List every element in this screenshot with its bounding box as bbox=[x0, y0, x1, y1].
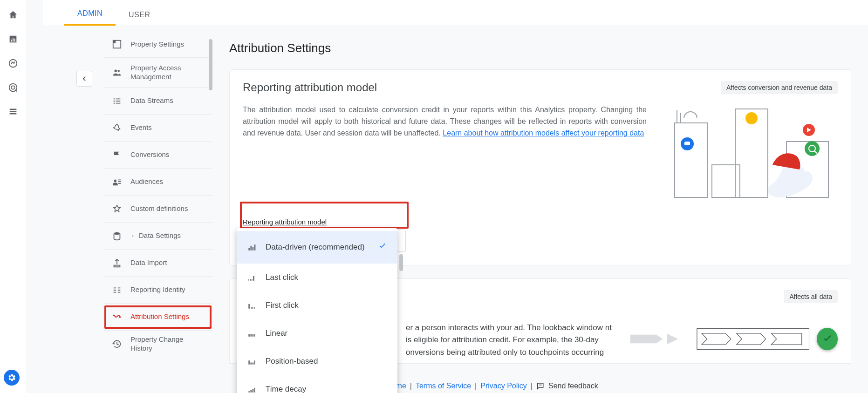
field-label: Reporting attribution model bbox=[243, 218, 838, 226]
audiences-icon bbox=[112, 177, 122, 187]
history-icon bbox=[112, 339, 122, 349]
sidebar-item-property-settings[interactable]: Property Settings bbox=[104, 31, 212, 58]
linear-icon bbox=[247, 329, 256, 338]
attribution-icon bbox=[112, 312, 122, 322]
position-based-icon bbox=[247, 357, 256, 366]
sidebar-item-label: Data Import bbox=[130, 258, 167, 267]
menu-item-last-click[interactable]: Last click bbox=[237, 264, 397, 291]
attribution-model-menu: Data-driven (recommended) Last click Fir… bbox=[237, 228, 397, 393]
sidebar-item-data-streams[interactable]: Data Streams bbox=[104, 88, 212, 115]
menu-item-data-driven[interactable]: Data-driven (recommended) bbox=[237, 231, 397, 264]
menu-scrollbar[interactable] bbox=[399, 254, 403, 271]
learn-link[interactable]: Learn about how attribution models affec… bbox=[443, 129, 644, 137]
first-click-icon bbox=[247, 301, 256, 310]
page-title: Attribution Settings bbox=[229, 41, 851, 55]
back-button[interactable] bbox=[76, 71, 92, 87]
menu-item-label: Data-driven (recommended) bbox=[266, 243, 365, 252]
badge-affects-conversion: Affects conversion and revenue data bbox=[721, 81, 838, 94]
sidebar-item-reporting-identity[interactable]: Reporting Identity bbox=[104, 277, 212, 304]
footer-link-tos[interactable]: Terms of Service bbox=[416, 382, 471, 390]
sidebar-item-label: Data Settings bbox=[139, 231, 181, 240]
svg-rect-25 bbox=[697, 329, 809, 350]
configure-icon[interactable] bbox=[7, 106, 19, 117]
sidebar-item-attribution-settings[interactable]: Attribution Settings bbox=[104, 304, 212, 331]
last-click-icon bbox=[247, 273, 256, 282]
sidebar-item-label: Reporting Identity bbox=[130, 285, 185, 294]
menu-item-label: Time decay bbox=[266, 385, 306, 393]
svg-point-5 bbox=[115, 69, 117, 72]
tab-admin[interactable]: ADMIN bbox=[64, 9, 116, 26]
menu-item-time-decay[interactable]: Time decay bbox=[237, 375, 397, 393]
identity-icon bbox=[112, 285, 122, 295]
sidebar-item-label: Conversions bbox=[130, 150, 169, 159]
sidebar-item-custom-definitions[interactable]: Custom definitions bbox=[104, 196, 212, 223]
settings-box-icon bbox=[112, 39, 122, 49]
sidebar-item-label: Property Access Management bbox=[130, 64, 205, 81]
sidebar-item-label: Attribution Settings bbox=[130, 312, 189, 321]
svg-rect-18 bbox=[684, 142, 690, 145]
admin-gear-icon[interactable] bbox=[4, 370, 20, 386]
sidebar-item-label: Data Streams bbox=[130, 96, 173, 105]
svg-point-9 bbox=[113, 314, 115, 316]
menu-item-label: Linear bbox=[266, 329, 287, 338]
card-description: The attribution model used to calculate … bbox=[243, 104, 647, 207]
sidebar-item-label: Events bbox=[130, 123, 152, 132]
advertising-icon[interactable] bbox=[7, 82, 19, 93]
upload-icon bbox=[112, 258, 122, 268]
svg-point-7 bbox=[114, 179, 117, 182]
hero-illustration bbox=[665, 104, 838, 207]
sidebar-item-label: Audiences bbox=[130, 177, 163, 186]
time-decay-icon bbox=[247, 385, 256, 393]
sidebar-item-property-access[interactable]: Property Access Management bbox=[104, 58, 212, 88]
menu-item-first-click[interactable]: First click bbox=[237, 291, 397, 319]
sidebar-item-data-import[interactable]: Data Import bbox=[104, 250, 212, 277]
menu-item-position-based[interactable]: Position-based bbox=[237, 347, 397, 375]
sidebar-item-change-history[interactable]: Property Change History bbox=[104, 331, 212, 358]
bar-chart-icon bbox=[247, 243, 256, 252]
home-icon[interactable] bbox=[7, 9, 19, 20]
menu-item-label: Position-based bbox=[266, 357, 318, 366]
lookback-illustration bbox=[628, 327, 838, 351]
sidebar-scrollbar[interactable] bbox=[209, 39, 212, 90]
svg-rect-4 bbox=[113, 41, 116, 43]
sidebar-item-audiences[interactable]: Audiences bbox=[104, 169, 212, 196]
sidebar-item-conversions[interactable]: Conversions bbox=[104, 142, 212, 169]
sidebar-item-label: Property Settings bbox=[130, 40, 184, 49]
sidebar-item-label: Property Change History bbox=[130, 335, 205, 353]
sidebar-divider bbox=[85, 58, 85, 393]
badge-affects-all: Affects all data bbox=[784, 290, 838, 303]
explore-icon[interactable] bbox=[7, 58, 19, 69]
footer-link-feedback[interactable]: Send feedback bbox=[548, 382, 598, 390]
sidebar-item-data-settings[interactable]: Data Settings bbox=[104, 223, 212, 250]
svg-point-10 bbox=[119, 316, 121, 318]
card-title: Reporting attribution model bbox=[243, 81, 377, 94]
feedback-icon bbox=[536, 382, 545, 390]
tab-user[interactable]: USER bbox=[116, 11, 163, 26]
streams-icon bbox=[112, 96, 122, 106]
svg-rect-11 bbox=[675, 123, 707, 197]
flag-icon bbox=[112, 150, 122, 160]
svg-point-0 bbox=[9, 60, 17, 68]
sidebar-item-label: Custom definitions bbox=[130, 204, 188, 213]
reports-icon[interactable] bbox=[7, 34, 19, 45]
apply-check-icon[interactable] bbox=[817, 328, 838, 350]
check-icon bbox=[378, 242, 387, 253]
menu-item-label: Last click bbox=[266, 273, 298, 282]
chevron-right-icon bbox=[130, 231, 135, 241]
menu-item-label: First click bbox=[266, 301, 299, 310]
svg-point-22 bbox=[805, 141, 820, 156]
database-icon bbox=[112, 231, 122, 241]
people-icon bbox=[112, 68, 122, 78]
svg-point-6 bbox=[117, 70, 120, 72]
footer-link-privacy[interactable]: Privacy Policy bbox=[480, 382, 527, 390]
svg-point-2 bbox=[11, 86, 14, 89]
svg-point-19 bbox=[745, 112, 758, 124]
svg-point-8 bbox=[114, 232, 120, 235]
menu-item-linear[interactable]: Linear bbox=[237, 319, 397, 347]
events-icon bbox=[112, 123, 122, 133]
custom-def-icon bbox=[112, 204, 122, 214]
sidebar-item-events[interactable]: Events bbox=[104, 115, 212, 142]
